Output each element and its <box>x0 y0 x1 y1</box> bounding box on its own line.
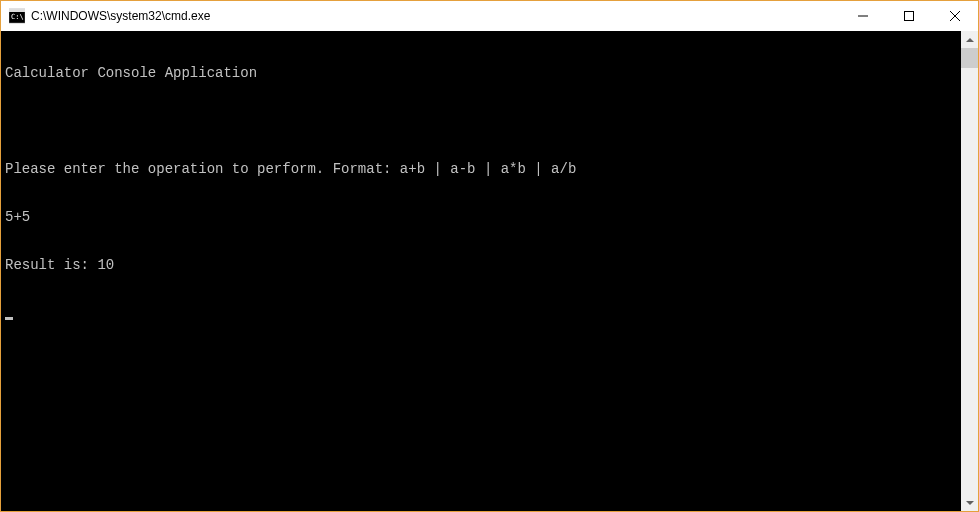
vertical-scrollbar[interactable] <box>961 31 978 511</box>
minimize-button[interactable] <box>840 1 886 31</box>
window-title: C:\WINDOWS\system32\cmd.exe <box>31 9 840 23</box>
chevron-down-icon <box>966 501 974 505</box>
console-line: Calculator Console Application <box>5 65 957 81</box>
console-area: Calculator Console Application Please en… <box>1 31 978 511</box>
console-line <box>5 113 957 129</box>
console-line: 5+5 <box>5 209 957 225</box>
chevron-up-icon <box>966 38 974 42</box>
maximize-button[interactable] <box>886 1 932 31</box>
scroll-track[interactable] <box>961 48 978 494</box>
console-line: Result is: 10 <box>5 257 957 273</box>
console-output[interactable]: Calculator Console Application Please en… <box>1 31 961 511</box>
console-line: Please enter the operation to perform. F… <box>5 161 957 177</box>
close-button[interactable] <box>932 1 978 31</box>
scroll-up-button[interactable] <box>961 31 978 48</box>
cmd-window: C:\ C:\WINDOWS\system32\cmd.exe Calculat… <box>0 0 979 512</box>
cursor-icon <box>5 317 13 320</box>
window-controls <box>840 1 978 31</box>
cmd-icon: C:\ <box>9 8 25 24</box>
cursor-line <box>5 305 957 321</box>
svg-rect-4 <box>905 12 914 21</box>
titlebar[interactable]: C:\ C:\WINDOWS\system32\cmd.exe <box>1 1 978 31</box>
scroll-thumb[interactable] <box>961 48 978 68</box>
scroll-down-button[interactable] <box>961 494 978 511</box>
svg-text:C:\: C:\ <box>11 13 24 21</box>
svg-rect-1 <box>9 9 25 12</box>
